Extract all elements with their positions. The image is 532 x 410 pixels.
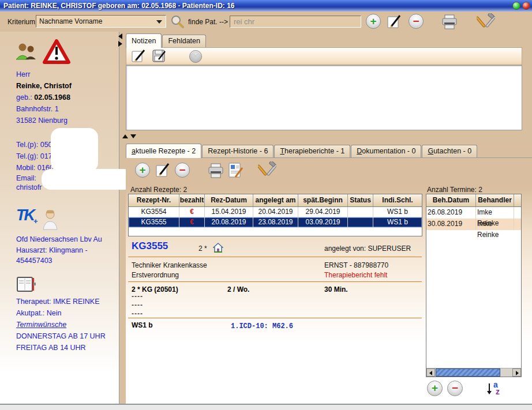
col-rez-datum[interactable]: Rez-Datum (205, 194, 253, 206)
window-title: Patient: REINKE, CHRISTOF geboren am: 02… (3, 2, 235, 10)
cell-rez-datum: 15.04.2019 (205, 207, 253, 217)
tools-icon[interactable] (477, 13, 495, 31)
tab-notizen[interactable]: Notizen (126, 33, 162, 48)
cell-beh-datum: 26.08.2019 (426, 207, 476, 219)
home-visit-icon[interactable] (213, 243, 223, 253)
cell-spaet-beginn: 29.04.2019 (298, 207, 348, 217)
list-item[interactable]: 26.08.2019 Imke Reinke (426, 207, 521, 219)
save-note-icon[interactable] (152, 49, 166, 63)
rezepte-toolbar: + − (126, 157, 532, 183)
arrow-left-icon (429, 371, 432, 375)
close-button[interactable] (522, 2, 530, 10)
notes-panel: Notizen Fehldaten × (126, 33, 522, 130)
add-rezept-button[interactable]: + (135, 163, 150, 178)
col-status[interactable]: Status (348, 194, 373, 206)
col-rezept-nr[interactable]: Rezept-Nr. (129, 194, 179, 206)
terminwuensche-link[interactable]: Terminwünsche (16, 319, 119, 330)
print-icon[interactable] (440, 14, 459, 30)
tab-gutachten[interactable]: Gutachten - 0 (422, 145, 477, 157)
doctor-icon (42, 209, 58, 230)
akutpatient: Akutpat.: Nein (16, 307, 119, 319)
verordnungsart: Erstverordnung (132, 271, 179, 279)
add-patient-button[interactable]: + (366, 14, 381, 29)
edit-rezept-icon[interactable] (155, 163, 171, 178)
splitter-collapse-left-icon[interactable] (118, 33, 122, 39)
sort-z-glyph: z (496, 387, 500, 396)
therapiebericht-warnung: Therapiebericht fehlt (324, 271, 387, 279)
application-window: Patient: REINKE, CHRISTOF geboren am: 02… (0, 0, 532, 410)
col-indi-schl[interactable]: Indi.Schl. (373, 194, 422, 206)
list-item[interactable]: 30.08.2019 Imke Reinke (426, 219, 521, 230)
placeholder-line: ---- (132, 301, 143, 309)
tab-aktuelle-rezepte[interactable]: aktuelle Rezepte - 2 (126, 144, 201, 158)
splitter-down-icon[interactable] (130, 134, 136, 138)
edit-note-icon[interactable] (131, 49, 146, 63)
delete-rezept-button[interactable]: − (175, 163, 190, 178)
scroll-left-button[interactable] (426, 368, 435, 377)
tab-dokumentation[interactable]: Dokumentation - 0 (351, 145, 421, 157)
col-angelegt-am[interactable]: angelegt am (253, 194, 298, 206)
dauer: 30 Min. (324, 285, 348, 294)
rezept-tools-icon[interactable] (258, 161, 276, 179)
plus-icon: + (432, 382, 438, 394)
delete-patient-button[interactable]: − (409, 14, 424, 29)
search-input[interactable] (230, 16, 361, 28)
window-bottom-edge (0, 404, 532, 410)
termin-wish-2: FREITAG AB 14 UHR (16, 342, 119, 353)
rezepte-count-label: Anzahl Rezepte: 2 (130, 186, 187, 194)
termine-table-header: Beh.Datum Behandler (426, 194, 521, 207)
tab-fehldaten[interactable]: Fehldaten (162, 35, 206, 47)
minus-icon: − (452, 382, 458, 394)
report-document-icon[interactable] (227, 162, 243, 179)
frequenz: 2 / Wo. (227, 285, 249, 294)
cell-empty (514, 219, 521, 230)
euro-icon: € (179, 217, 205, 227)
splitter-up-icon[interactable] (122, 134, 128, 138)
delete-termin-button[interactable]: − (447, 381, 463, 396)
rezepte-panel: aktuelle Rezepte - 2 Rezept-Historie - 6… (126, 142, 532, 405)
rezepte-table-header: Rezept-Nr. bezahlt Rez-Datum angelegt am… (129, 194, 422, 207)
salutation: Herr (16, 69, 119, 80)
table-row-selected[interactable]: KG3555 € 20.08.2019 23.08.2019 03.09.201… (129, 217, 422, 228)
cell-empty (514, 207, 521, 219)
minimize-button[interactable] (512, 2, 520, 10)
table-row[interactable]: KG3554 € 15.04.2019 20.04.2019 29.04.201… (129, 207, 422, 217)
minus-icon: − (179, 164, 185, 176)
rezepte-table: Rezept-Nr. bezahlt Rez-Datum angelegt am… (128, 194, 422, 236)
col-bezahlt[interactable]: bezahlt (179, 194, 205, 206)
chevron-down-icon (156, 20, 162, 24)
sort-az-icon[interactable]: a z (488, 381, 503, 397)
cell-beh-datum: 30.08.2019 (426, 219, 476, 230)
notebook-icon (16, 276, 119, 292)
cell-angelegt-am: 20.04.2019 (253, 207, 298, 217)
tab-therapieberichte[interactable]: Therapieberichte - 1 (274, 145, 350, 157)
col-behandler[interactable]: Behandler (476, 194, 514, 206)
tab-rezept-historie[interactable]: Rezept-Historie - 6 (202, 145, 274, 157)
cell-spaet-beginn: 03.09.2019 (298, 217, 348, 227)
horizontal-scrollbar[interactable] (426, 368, 521, 377)
print-rezept-icon[interactable] (207, 163, 225, 179)
cell-status (348, 217, 373, 227)
rezept-nr-link[interactable]: KG3555 (132, 240, 168, 252)
cancel-note-button[interactable]: × (189, 50, 202, 63)
kriterium-select[interactable]: Nachname Vorname (36, 15, 166, 28)
cancel-icon: × (193, 51, 198, 61)
separator (128, 257, 422, 257)
icd-code: 1.ICD-10: M62.6 (231, 322, 293, 330)
separator (128, 281, 422, 282)
search-icon (170, 15, 185, 29)
scroll-right-button[interactable] (512, 368, 521, 377)
notes-content-area[interactable] (126, 65, 522, 130)
add-termin-button[interactable]: + (427, 381, 443, 396)
scrollbar-thumb[interactable] (436, 368, 500, 377)
titlebar: Patient: REINKE, CHRISTOF geboren am: 02… (0, 0, 532, 12)
finde-pat-label: finde Pat. --> (188, 18, 228, 26)
splitter-expand-right-icon[interactable] (118, 41, 122, 47)
notes-toolbar: × (126, 47, 522, 65)
col-spaet-beginn[interactable]: spät.Beginn (298, 194, 348, 206)
edit-patient-icon[interactable] (386, 14, 402, 29)
kriterium-selected-value: Nachname Vorname (39, 17, 102, 25)
col-beh-datum[interactable]: Beh.Datum (426, 194, 476, 206)
termine-count-label: Anzahl Termine: 2 (427, 186, 482, 194)
therapeut: Therapeut: IMKE REINKE (16, 296, 119, 307)
